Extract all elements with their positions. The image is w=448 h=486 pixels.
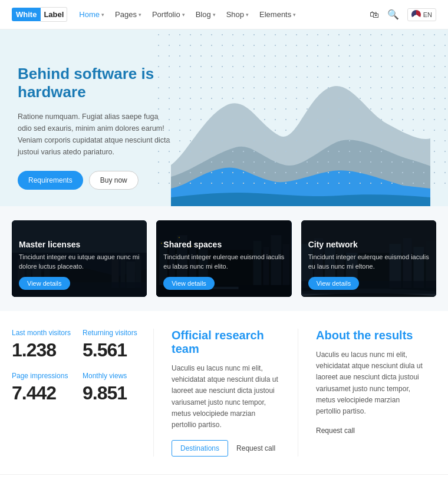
stat-returning-value: 5.561 bbox=[83, 339, 147, 361]
hero-chart-svg bbox=[171, 71, 430, 206]
chevron-down-icon: ▾ bbox=[293, 12, 296, 18]
chevron-down-icon: ▾ bbox=[213, 12, 216, 18]
hero-section: Behind software is hardware Ratione numq… bbox=[0, 29, 448, 206]
card-2-details-button[interactable]: View details bbox=[163, 277, 215, 290]
stat-last-month-value: 1.238 bbox=[12, 339, 77, 361]
stats-info-section: Last month visitors 1.238 Returning visi… bbox=[0, 311, 448, 474]
nav-blog[interactable]: Blog ▾ bbox=[196, 10, 216, 19]
nav-pages[interactable]: Pages ▾ bbox=[115, 10, 141, 19]
chevron-down-icon: ▾ bbox=[139, 12, 141, 18]
chevron-down-icon: ▾ bbox=[101, 12, 104, 18]
logo[interactable]: White Label bbox=[12, 7, 67, 22]
card-content-1: Master licenses Tincidunt integer eu iut… bbox=[12, 233, 147, 297]
nav-icons: 🛍 🔍 EN bbox=[370, 8, 436, 21]
chevron-down-icon: ▾ bbox=[182, 12, 185, 18]
about-results-title: About the results bbox=[316, 329, 424, 342]
card-1-details-button[interactable]: View details bbox=[19, 277, 70, 290]
destinations-button[interactable]: Destinations bbox=[172, 440, 228, 457]
about-results-col: About the results Uaculis eu lacus nunc … bbox=[304, 329, 436, 457]
stats-grid: Last month visitors 1.238 Returning visi… bbox=[12, 329, 147, 415]
card-desc-3: Tincidunt integer eulerque euismod iacul… bbox=[308, 253, 429, 271]
stat-last-month-label: Last month visitors bbox=[12, 329, 77, 337]
stats-column: Last month visitors 1.238 Returning visi… bbox=[12, 329, 147, 457]
hero-text: Behind software is hardware Ratione numq… bbox=[18, 59, 171, 190]
stat-monthly-views: Monthly views 9.851 bbox=[83, 372, 147, 404]
card-desc-1: Tincidunt integer eu iutque augue nunc m… bbox=[19, 253, 140, 271]
hero-chart bbox=[171, 71, 430, 206]
stat-last-month: Last month visitors 1.238 bbox=[12, 329, 77, 361]
language-selector[interactable]: EN bbox=[407, 8, 436, 21]
stat-page-impressions: Page impressions 7.442 bbox=[12, 372, 77, 404]
official-research-col: Official research team Uaculis eu lacus … bbox=[160, 329, 292, 457]
divider-2 bbox=[298, 329, 298, 457]
card-city-network: City network Tincidunt integer eulerque … bbox=[301, 220, 436, 297]
about-results-desc: Uaculis eu lacus nunc mi elit, vehicidat… bbox=[316, 349, 424, 417]
stat-returning: Returning visitors 5.561 bbox=[83, 329, 147, 361]
request-call-link-1[interactable]: Request call bbox=[236, 444, 275, 452]
card-title-3: City network bbox=[308, 240, 429, 249]
buy-now-button[interactable]: Buy now bbox=[89, 171, 139, 190]
cart-icon[interactable]: 🛍 bbox=[370, 9, 379, 20]
official-research-actions: Destinations Request call bbox=[172, 440, 280, 457]
logo-label: Label bbox=[41, 7, 67, 22]
stat-page-impressions-label: Page impressions bbox=[12, 372, 77, 380]
hero-buttons: Requirements Buy now bbox=[18, 171, 171, 190]
chevron-down-icon: ▾ bbox=[246, 12, 249, 18]
navbar: White Label Home ▾ Pages ▾ Portfolio ▾ B… bbox=[0, 0, 448, 29]
logo-white: White bbox=[12, 8, 41, 21]
request-call-link-2[interactable]: Request call bbox=[316, 427, 355, 435]
nav-shop[interactable]: Shop ▾ bbox=[226, 10, 249, 19]
divider bbox=[153, 329, 154, 457]
card-desc-2: Tincidunt integer eulerque euismod iacul… bbox=[163, 253, 284, 271]
search-icon[interactable]: 🔍 bbox=[387, 9, 399, 20]
stat-monthly-views-value: 9.851 bbox=[83, 382, 147, 404]
card-title-1: Master licenses bbox=[19, 240, 140, 249]
card-content-2: Shared spaces Tincidunt integer eulerque… bbox=[156, 233, 291, 297]
official-research-desc: Uaculis eu lacus nunc mi elit, vehicidat… bbox=[172, 363, 280, 431]
hero-title: Behind software is hardware bbox=[18, 65, 171, 101]
nav-links: Home ▾ Pages ▾ Portfolio ▾ Blog ▾ Shop ▾… bbox=[79, 10, 369, 19]
tabs-section: All Financial Architecture Business ⌄ bbox=[0, 474, 448, 486]
nav-home[interactable]: Home ▾ bbox=[79, 10, 104, 19]
hero-desc: Ratione numquam. Fugiat alias saepe fuga… bbox=[18, 111, 171, 158]
requirements-button[interactable]: Requirements bbox=[18, 171, 83, 190]
cards-section: Master licenses Tincidunt integer eu iut… bbox=[0, 206, 448, 311]
card-content-3: City network Tincidunt integer eulerque … bbox=[301, 233, 436, 297]
flag-icon bbox=[411, 10, 421, 19]
stat-page-impressions-value: 7.442 bbox=[12, 382, 77, 404]
card-master-licenses: Master licenses Tincidunt integer eu iut… bbox=[12, 220, 147, 297]
stat-returning-label: Returning visitors bbox=[83, 329, 147, 337]
nav-portfolio[interactable]: Portfolio ▾ bbox=[152, 10, 185, 19]
stat-monthly-views-label: Monthly views bbox=[83, 372, 147, 380]
official-research-title: Official research team bbox=[172, 329, 280, 356]
about-results-actions: Request call bbox=[316, 427, 424, 435]
nav-elements[interactable]: Elements ▾ bbox=[259, 10, 296, 19]
card-3-details-button[interactable]: View details bbox=[308, 277, 360, 290]
card-title-2: Shared spaces bbox=[163, 240, 284, 249]
card-shared-spaces: Shared spaces Tincidunt integer eulerque… bbox=[156, 220, 291, 297]
